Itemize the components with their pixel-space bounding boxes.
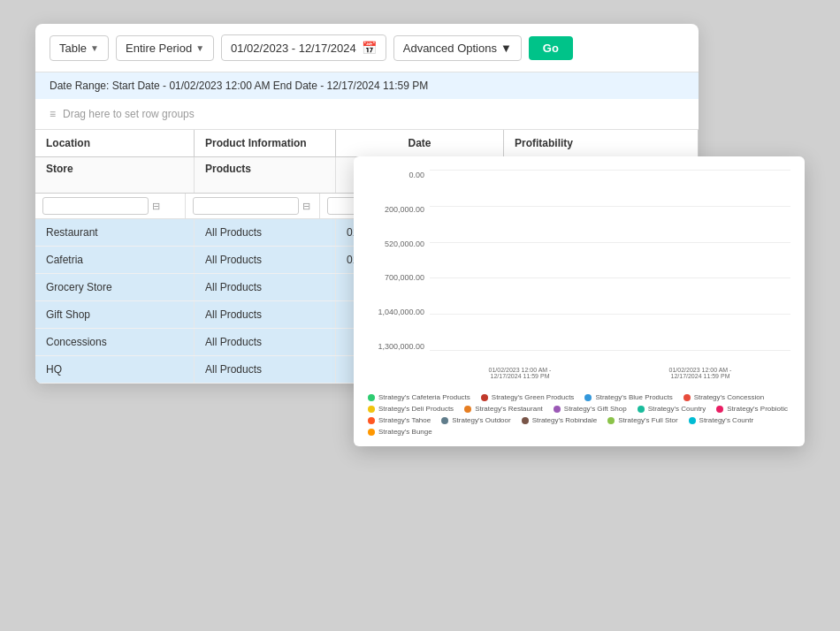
legend-dot <box>689 417 696 424</box>
chart-panel: 1,300,000.00 1,040,000.00 700,000.00 520… <box>354 156 805 446</box>
x-label-1: 01/02/2023 12:00 AM -12/17/2024 11:59 PM <box>669 367 732 379</box>
legend-item: Strategy's Probiotic <box>716 405 788 413</box>
advanced-options-label: Advanced Options <box>403 42 497 55</box>
col-group-profitability: Profitability <box>504 130 699 156</box>
legend-dot <box>716 406 723 413</box>
cell-store-1: Cafetria <box>35 247 195 273</box>
y-label-2: 700,000.00 <box>368 273 430 282</box>
table-dropdown-label: Table <box>59 42 87 55</box>
legend-label: Strategy's Deli Products <box>378 405 454 413</box>
legend-item: Strategy's Tahoe <box>368 416 431 424</box>
legend-item: Strategy's Country <box>638 405 706 413</box>
chart-area: 1,300,000.00 1,040,000.00 700,000.00 520… <box>354 156 805 386</box>
legend-label: Strategy's Full Stor <box>618 416 677 424</box>
legend-dot <box>441 417 448 424</box>
period-dropdown[interactable]: Entire Period ▼ <box>116 35 214 61</box>
cell-product-4: All Products <box>195 329 336 355</box>
legend-label: Strategy's Concession <box>694 393 764 401</box>
legend-dot <box>638 406 645 413</box>
col-header-products[interactable]: Products <box>195 157 336 193</box>
advanced-options-dropdown[interactable]: Advanced Options ▼ <box>393 35 522 61</box>
legend-label: Strategy's Country <box>648 405 706 413</box>
toolbar: Table ▼ Entire Period ▼ 01/02/2023 - 12/… <box>35 24 699 72</box>
legend-label: Strategy's Countr <box>699 416 754 424</box>
filter-icon-store[interactable]: ⊟ <box>152 201 160 212</box>
cell-store-3: Gift Shop <box>35 301 195 328</box>
date-info-text: Date Range: Start Date - 01/02/2023 12:0… <box>50 80 428 92</box>
legend-item: Strategy's Outdoor <box>441 416 510 424</box>
y-label-4: 200,000.00 <box>368 205 430 214</box>
chart-y-axis: 1,300,000.00 1,040,000.00 700,000.00 520… <box>368 171 430 351</box>
row-group-bar: ≡ Drag here to set row groups <box>35 99 699 130</box>
x-axis-labels: 01/02/2023 12:00 AM -12/17/2024 11:59 PM… <box>430 367 790 379</box>
cell-product-2: All Products <box>195 274 336 300</box>
y-label-3: 520,000.00 <box>368 239 430 248</box>
cell-product-5: All Products <box>195 356 336 383</box>
cell-product-0: All Products <box>195 219 336 246</box>
cell-store-2: Grocery Store <box>35 274 195 300</box>
legend-dot <box>368 406 375 413</box>
legend-item: Strategy's Bunge <box>368 428 432 436</box>
legend-label: Strategy's Cafeteria Products <box>378 393 470 401</box>
filter-cell-store: ⊟ <box>35 194 186 218</box>
cell-store-4: Concessions <box>35 329 195 355</box>
date-info-bar: Date Range: Start Date - 01/02/2023 12:0… <box>35 72 699 99</box>
legend-dot <box>368 417 375 424</box>
legend-dot <box>481 394 488 401</box>
legend-label: Strategy's Probiotic <box>727 405 788 413</box>
legend-label: Strategy's Gift Shop <box>564 405 627 413</box>
period-dropdown-label: Entire Period <box>126 42 192 55</box>
legend-item: Strategy's Gift Shop <box>554 405 627 413</box>
legend-item: Strategy's Concession <box>683 393 764 401</box>
cell-product-1: All Products <box>195 247 336 273</box>
row-group-icon: ≡ <box>50 108 56 120</box>
col-group-location: Location <box>35 130 195 156</box>
date-range-text: 01/02/2023 - 12/17/2024 <box>231 42 356 55</box>
date-range-input[interactable]: 01/02/2023 - 12/17/2024 📅 <box>221 34 386 61</box>
legend-item: Strategy's Green Products <box>481 393 575 401</box>
legend-item: Strategy's Countr <box>689 416 754 424</box>
legend-item: Strategy's Robindale <box>522 416 598 424</box>
legend-dot <box>522 417 529 424</box>
legend-item: Strategy's Full Stor <box>607 416 677 424</box>
legend-dot <box>607 417 615 424</box>
x-label-0: 01/02/2023 12:00 AM -12/17/2024 11:59 PM <box>489 367 552 379</box>
cell-store-0: Restaurant <box>35 219 195 246</box>
legend-dot <box>368 394 375 401</box>
advanced-options-chevron-icon: ▼ <box>500 42 512 55</box>
legend-dot <box>368 429 375 436</box>
legend-dot <box>554 406 561 413</box>
legend-item: Strategy's Cafeteria Products <box>368 393 470 401</box>
go-button[interactable]: Go <box>529 36 573 60</box>
filter-input-products[interactable] <box>193 197 299 215</box>
legend-item: Strategy's Restaurant <box>464 405 543 413</box>
bars-container <box>430 171 790 351</box>
column-group-headers: Location Product Information Date Profit… <box>35 130 699 157</box>
y-label-1: 1,040,000.00 <box>368 308 430 316</box>
legend-item: Strategy's Blue Products <box>584 393 672 401</box>
cell-product-3: All Products <box>195 301 336 328</box>
filter-input-store[interactable] <box>42 197 149 215</box>
filter-icon-products[interactable]: ⊟ <box>302 201 310 212</box>
y-label-0: 1,300,000.00 <box>368 342 430 351</box>
row-group-placeholder: Drag here to set row groups <box>63 108 195 120</box>
legend-dot <box>464 406 471 413</box>
table-dropdown[interactable]: Table ▼ <box>50 35 109 61</box>
table-chevron-icon: ▼ <box>90 43 99 53</box>
calendar-icon: 📅 <box>362 41 377 55</box>
legend-label: Strategy's Bunge <box>378 428 432 436</box>
legend-label: Strategy's Green Products <box>492 393 575 401</box>
legend-dot <box>683 394 691 401</box>
col-group-product: Product Information <box>195 130 336 156</box>
legend-label: Strategy's Blue Products <box>595 393 672 401</box>
legend-label: Strategy's Outdoor <box>452 416 510 424</box>
col-header-store[interactable]: Store <box>35 157 195 193</box>
chart-legend: Strategy's Cafeteria ProductsStrategy's … <box>354 386 805 446</box>
y-label-5: 0.00 <box>368 171 430 179</box>
cell-store-5: HQ <box>35 356 195 383</box>
period-chevron-icon: ▼ <box>195 43 204 53</box>
legend-label: Strategy's Robindale <box>532 416 598 424</box>
legend-item: Strategy's Deli Products <box>368 405 454 413</box>
legend-label: Strategy's Tahoe <box>378 416 431 424</box>
legend-dot <box>584 394 592 401</box>
